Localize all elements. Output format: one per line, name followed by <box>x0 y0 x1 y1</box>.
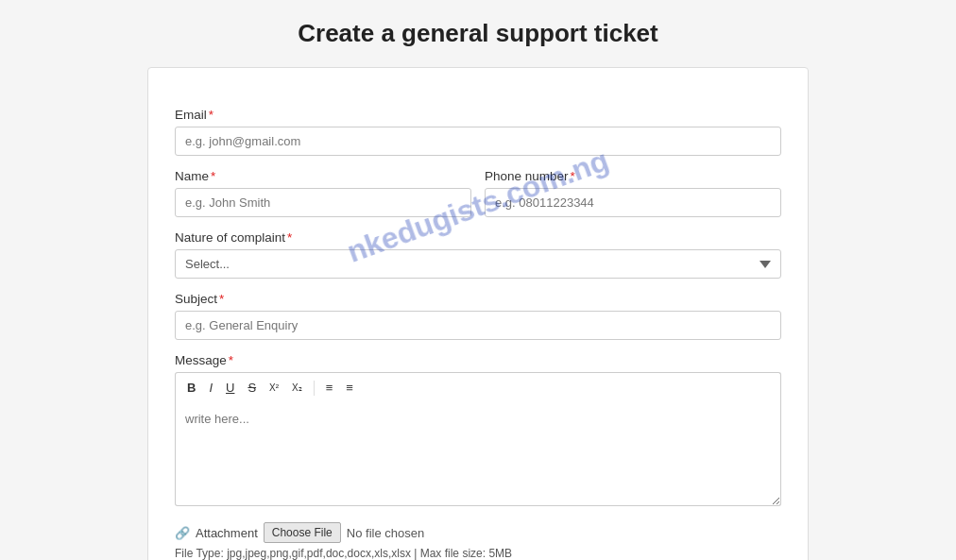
message-toolbar: B I U S X² X₂ ≡ ≡ <box>175 372 781 402</box>
message-group: Message* B I U S X² X₂ ≡ ≡ <box>175 353 781 509</box>
email-label: Email* <box>175 108 781 122</box>
ordered-list-button[interactable]: ≡ <box>322 379 337 397</box>
no-file-text: No file chosen <box>347 526 424 540</box>
underline-button[interactable]: U <box>222 379 238 397</box>
attachment-label: Attachment <box>196 526 258 540</box>
subject-group: Subject* <box>175 292 781 340</box>
subject-field[interactable] <box>175 311 781 340</box>
attachment-icon: 🔗 <box>175 526 190 540</box>
toolbar-separator <box>314 381 315 396</box>
strikethrough-button[interactable]: S <box>244 379 260 397</box>
phone-field[interactable] <box>485 188 781 217</box>
name-label: Name* <box>175 169 471 183</box>
superscript-button[interactable]: X² <box>265 381 282 395</box>
page-title: Create a general support ticket <box>147 19 809 48</box>
name-field[interactable] <box>175 188 471 217</box>
subject-label: Subject* <box>175 292 781 306</box>
message-textarea[interactable] <box>175 402 781 506</box>
name-phone-row: Name* Phone number* <box>175 169 781 230</box>
form-card: Email* Name* Phone number* Nature of <box>147 67 809 560</box>
bold-button[interactable]: B <box>183 379 199 397</box>
email-group: Email* <box>175 108 781 156</box>
email-field[interactable] <box>175 127 781 156</box>
phone-group: Phone number* <box>485 169 781 217</box>
subscript-button[interactable]: X₂ <box>288 381 306 395</box>
nature-group: Nature of complaint* Select... <box>175 230 781 279</box>
name-group: Name* <box>175 169 471 217</box>
nature-label: Nature of complaint* <box>175 230 781 245</box>
choose-file-button[interactable]: Choose File <box>264 522 341 543</box>
message-label: Message* <box>175 353 781 367</box>
attachment-row: 🔗 Attachment Choose File No file chosen <box>175 522 781 543</box>
nature-select[interactable]: Select... <box>175 249 781 279</box>
unordered-list-button[interactable]: ≡ <box>342 379 357 397</box>
italic-button[interactable]: I <box>205 379 216 397</box>
file-types-row: File Type: jpg,jpeg,png,gif,pdf,doc,docx… <box>175 547 781 560</box>
phone-label: Phone number* <box>485 169 781 183</box>
